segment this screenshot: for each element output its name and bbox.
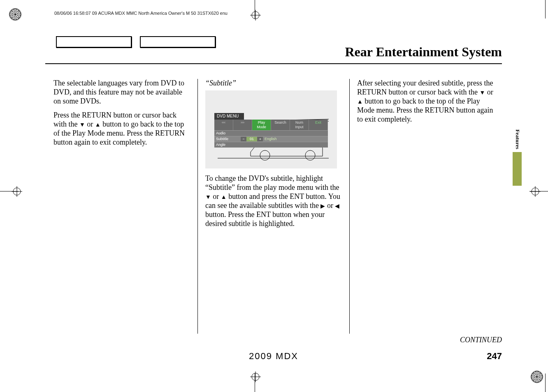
body-columns: The selectable languages vary from DVD t… xyxy=(53,79,494,334)
page-content: Rear Entertainment System The selectable… xyxy=(45,33,502,362)
text: To change the DVD's subtitle, highlight … xyxy=(205,174,339,191)
crop-mark xyxy=(545,374,546,392)
paragraph: To change the DVD's subtitle, highlight … xyxy=(205,174,342,228)
horizontal-rule xyxy=(45,63,502,64)
header-placeholder-boxes xyxy=(56,36,222,49)
section-title: Rear Entertainment System xyxy=(345,44,502,60)
text: or xyxy=(85,120,95,128)
print-header-metadata: 08/06/06 16:58:07 09 ACURA MDX MMC North… xyxy=(54,11,228,16)
registration-cross-icon xyxy=(250,371,261,382)
dvd-tab-prev: ‹‹‹ xyxy=(214,120,233,130)
dvd-row-label: Angle xyxy=(214,142,241,148)
dvd-tab-exit: Exit xyxy=(309,120,328,130)
dvd-row-label: Subtitle xyxy=(214,136,241,142)
page-number: 247 xyxy=(487,351,502,362)
dvd-row-label: Audio xyxy=(214,131,241,136)
paragraph: After selecting your desired subtitle, p… xyxy=(357,79,494,124)
registration-cross-icon xyxy=(12,186,22,197)
sub-heading: “Subtitle” xyxy=(205,79,342,88)
continued-label: CONTINUED xyxy=(460,336,502,344)
dvd-subtitle-value: 01 xyxy=(246,137,257,141)
footer-model: 2009 MDX xyxy=(45,351,502,362)
registration-target-icon xyxy=(9,8,21,21)
minus-icon: − xyxy=(241,137,246,141)
svg-point-14 xyxy=(260,150,270,160)
text: or xyxy=(211,192,221,201)
dvd-row-subtitle: Subtitle − 01 ＋ English xyxy=(214,136,328,142)
dvd-row-angle: Angle xyxy=(214,142,328,148)
dvd-tab-next: ››› xyxy=(233,120,252,130)
thumb-tab xyxy=(513,152,522,186)
paragraph: The selectable languages vary from DVD t… xyxy=(53,79,190,106)
paragraph: Press the RETURN button or cursor back w… xyxy=(53,111,190,147)
dvd-tab-search: Search xyxy=(271,120,290,130)
text: button. Press the ENT button when your d… xyxy=(205,210,325,228)
placeholder-box xyxy=(140,36,216,48)
thumb-tab-label: Features xyxy=(514,122,521,156)
column-1: The selectable languages vary from DVD t… xyxy=(53,79,198,334)
text: or xyxy=(325,201,335,210)
dvd-menu-panel: DVD MENU ‹‹‹ ››› Play Mode Search Num In… xyxy=(214,113,328,148)
dvd-screenshot: DVD MENU ‹‹‹ ››› Play Mode Search Num In… xyxy=(205,90,337,168)
placeholder-box xyxy=(56,36,132,48)
dvd-menu-title: DVD MENU xyxy=(214,113,244,120)
dvd-tab-numinput: Num Input xyxy=(290,120,309,130)
registration-target-icon xyxy=(531,371,543,383)
plus-icon: ＋ xyxy=(257,137,263,141)
svg-point-15 xyxy=(305,150,315,160)
text: or xyxy=(485,88,493,96)
text: After selecting your desired subtitle, p… xyxy=(357,79,493,96)
dvd-subtitle-language: English xyxy=(263,136,279,142)
dvd-menu-tabs: ‹‹‹ ››› Play Mode Search Num Input Exit xyxy=(214,120,328,130)
registration-cross-icon xyxy=(530,186,541,197)
registration-cross-icon xyxy=(250,10,261,21)
dvd-row-audio: Audio xyxy=(214,130,328,136)
column-3: After selecting your desired subtitle, p… xyxy=(350,79,494,334)
crop-mark xyxy=(545,0,546,18)
text: button to go back to the top of the Play… xyxy=(357,97,493,123)
dvd-tab-playmode: Play Mode xyxy=(252,120,271,130)
column-2: “Subtitle” DVD MENU xyxy=(198,79,350,334)
